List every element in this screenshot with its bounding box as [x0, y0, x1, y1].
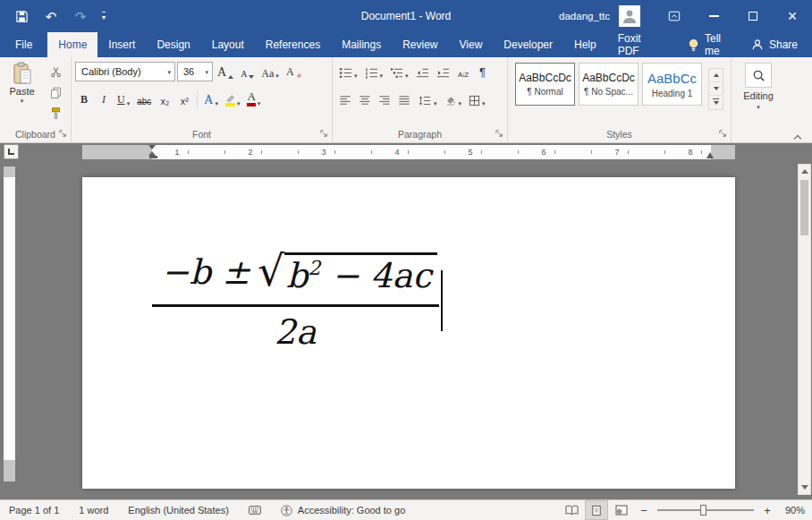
line-spacing-button[interactable]: ▾: [415, 90, 440, 109]
font-color-button[interactable]: A▾: [244, 90, 263, 109]
grow-font-button[interactable]: A: [215, 62, 236, 81]
equation[interactable]: −b ± √ b2 − 4ac 2a: [152, 252, 439, 352]
shading-button[interactable]: ▾: [442, 90, 465, 109]
text-effects-button[interactable]: A▾: [201, 90, 221, 109]
numbering-button[interactable]: ▾: [362, 62, 386, 81]
customize-qat-chevron-icon[interactable]: ▾: [102, 12, 106, 21]
avatar[interactable]: [619, 5, 640, 27]
styles-scroll-up-icon[interactable]: [709, 69, 723, 82]
paste-button[interactable]: Paste ▾: [5, 62, 38, 104]
zoom-out-button[interactable]: −: [635, 500, 653, 520]
justify-button[interactable]: [395, 90, 413, 109]
zoom-slider[interactable]: [657, 509, 754, 511]
share-button[interactable]: Share: [737, 32, 812, 57]
font-dialog-launcher[interactable]: [319, 129, 329, 139]
left-indent-marker[interactable]: [149, 156, 157, 158]
first-line-indent-marker[interactable]: [148, 145, 156, 149]
show-formatting-marks-button[interactable]: ¶: [474, 62, 492, 81]
borders-button[interactable]: ▾: [466, 90, 488, 109]
increase-indent-button[interactable]: [434, 62, 453, 81]
decrease-indent-button[interactable]: [413, 62, 432, 81]
status-bar: Page 1 of 1 1 word English (United State…: [0, 499, 812, 520]
tab-foxit-pdf[interactable]: Foxit PDF: [607, 32, 664, 57]
tab-home[interactable]: Home: [47, 32, 97, 57]
style-heading-1[interactable]: AaBbCc Heading 1: [642, 63, 702, 106]
scrollbar-thumb[interactable]: [800, 180, 808, 235]
tab-help[interactable]: Help: [563, 32, 607, 57]
tab-references[interactable]: References: [255, 32, 331, 57]
web-layout-button[interactable]: [610, 500, 633, 520]
subscript-button[interactable]: x₂: [156, 90, 173, 109]
minimize-button[interactable]: [694, 0, 733, 32]
tab-stop-selector[interactable]: [4, 144, 19, 159]
highlight-button[interactable]: ▾: [223, 90, 243, 109]
tab-mailings[interactable]: Mailings: [331, 32, 392, 57]
styles-more-icon[interactable]: [709, 96, 723, 109]
change-case-button[interactable]: Aa▾: [258, 62, 282, 81]
tab-layout[interactable]: Layout: [201, 32, 255, 57]
scroll-down-icon[interactable]: [799, 481, 810, 494]
clear-formatting-button[interactable]: A: [283, 62, 305, 81]
align-right-button[interactable]: [376, 90, 393, 109]
style-no-spacing[interactable]: AaBbCcDc ¶ No Spac...: [579, 63, 639, 106]
collapse-ribbon-button[interactable]: [795, 129, 804, 138]
keyboard-icon[interactable]: [239, 506, 271, 515]
zoom-slider-thumb[interactable]: [700, 505, 706, 516]
search-icon: [745, 63, 772, 88]
vertical-scrollbar[interactable]: [798, 164, 811, 495]
vertical-ruler[interactable]: [4, 166, 15, 482]
scroll-up-icon[interactable]: [799, 165, 810, 178]
account-name[interactable]: dadang_ttc: [559, 11, 610, 21]
font-name-combo[interactable]: Calibri (Body) ▾: [75, 62, 175, 81]
underline-button[interactable]: U▾: [114, 90, 132, 109]
shrink-font-button[interactable]: A: [238, 62, 257, 81]
maximize-button[interactable]: [733, 0, 773, 32]
web-layout-icon: [615, 505, 628, 516]
sort-button[interactable]: A↓Z: [454, 62, 472, 81]
copy-button[interactable]: [44, 83, 67, 101]
bold-button[interactable]: B: [75, 90, 93, 109]
bullets-icon: [339, 67, 352, 79]
zoom-level[interactable]: 90%: [778, 505, 807, 516]
tell-me-box[interactable]: Tell me: [677, 32, 737, 57]
word-count[interactable]: 1 word: [69, 505, 118, 516]
undo-icon[interactable]: ↶: [43, 8, 59, 24]
close-button[interactable]: ×: [773, 0, 812, 32]
eraser-icon: [296, 72, 302, 79]
format-painter-button[interactable]: [44, 104, 67, 122]
read-mode-button[interactable]: [560, 500, 583, 520]
tab-view[interactable]: View: [449, 32, 494, 57]
italic-button[interactable]: I: [95, 90, 113, 109]
style-normal[interactable]: AaBbCcDc ¶ Normal: [515, 63, 575, 106]
clipboard-dialog-launcher[interactable]: [58, 129, 68, 139]
paragraph-dialog-launcher[interactable]: [495, 129, 504, 139]
strikethrough-button[interactable]: abc: [134, 90, 154, 109]
tab-review[interactable]: Review: [392, 32, 448, 57]
tab-developer[interactable]: Developer: [493, 32, 563, 57]
right-indent-marker[interactable]: [706, 152, 714, 158]
document-page[interactable]: −b ± √ b2 − 4ac 2a: [82, 177, 735, 489]
align-center-button[interactable]: [356, 90, 374, 109]
multilevel-list-button[interactable]: ▾: [387, 62, 411, 81]
horizontal-ruler[interactable]: 1 2 3 4 5 6 7 8: [82, 145, 735, 159]
bullets-button[interactable]: ▾: [336, 62, 360, 81]
accessibility-status[interactable]: Accessibility: Good to go: [271, 505, 415, 516]
editing-button[interactable]: Editing ▾: [732, 57, 785, 110]
zoom-in-button[interactable]: +: [758, 500, 776, 520]
page-indicator[interactable]: Page 1 of 1: [7, 505, 69, 516]
ribbon-display-options-icon[interactable]: [655, 0, 694, 32]
print-layout-button[interactable]: [585, 500, 608, 520]
styles-scroll-down-icon[interactable]: [709, 82, 723, 96]
superscript-button[interactable]: x²: [175, 90, 193, 109]
language-indicator[interactable]: English (United States): [118, 505, 239, 516]
styles-dialog-launcher[interactable]: [718, 129, 728, 139]
font-size-combo[interactable]: 36 ▾: [177, 62, 213, 81]
align-left-button[interactable]: [336, 90, 354, 109]
tab-file[interactable]: File: [0, 32, 47, 57]
save-icon[interactable]: [13, 8, 30, 24]
tab-design[interactable]: Design: [146, 32, 200, 57]
font-color-chevron-icon: ▾: [258, 100, 261, 107]
cut-button[interactable]: [44, 63, 67, 81]
multilevel-chevron-icon: ▾: [405, 72, 409, 79]
tab-insert[interactable]: Insert: [97, 32, 146, 57]
